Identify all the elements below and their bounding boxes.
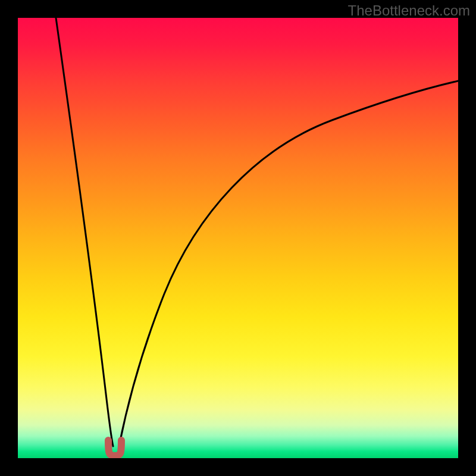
- curve-right-branch: [119, 81, 458, 446]
- plot-svg: [18, 18, 458, 458]
- watermark-text: TheBottleneck.com: [348, 2, 470, 19]
- curve-left-branch: [56, 18, 113, 446]
- minimum-marker: [108, 440, 121, 456]
